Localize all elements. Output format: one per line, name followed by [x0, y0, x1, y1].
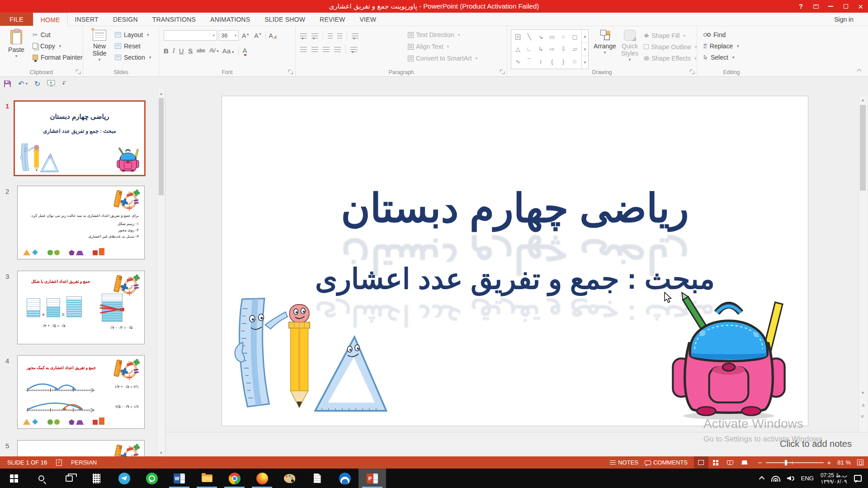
zoom-out-button[interactable]: − — [758, 459, 762, 466]
decrease-indent-button[interactable] — [328, 33, 333, 38]
normal-view-button[interactable] — [694, 456, 708, 469]
next-slide-button[interactable]: » — [859, 412, 867, 420]
text-direction-button[interactable]: Text Direction — [408, 29, 477, 41]
scroll-up-icon[interactable]: ▲ — [582, 30, 588, 42]
quick-styles-button[interactable]: Quick Styles — [618, 30, 641, 62]
clock[interactable]: 07:25 ب.ظ ۱۳۹۹/۰۶/۰۹ — [821, 472, 847, 485]
taskbar-search-button[interactable] — [28, 469, 55, 488]
task-view-button[interactable] — [55, 469, 83, 488]
tab-transitions[interactable]: TRANSITIONS — [145, 13, 203, 26]
undo-button[interactable]: ↶ — [18, 80, 28, 88]
shape-scribble-icon[interactable]: ∿ — [515, 58, 520, 65]
action-center-icon[interactable] — [854, 475, 862, 482]
format-painter-button[interactable]: Format Painter — [33, 52, 83, 63]
word-app-button[interactable]: W — [165, 469, 193, 488]
shape-parallelogram-icon[interactable]: ▱ — [572, 46, 577, 52]
input-language-indicator[interactable]: ENG — [801, 475, 814, 482]
slide-canvas[interactable]: ریاضی چهارم دبستان ریاضی چهارم دبستان مب… — [222, 96, 808, 426]
slide-show-button[interactable] — [737, 456, 752, 469]
scrollbar-thumb[interactable] — [860, 105, 866, 191]
convert-to-smartart-button[interactable]: Convert to SmartArt — [408, 52, 477, 64]
tab-slideshow[interactable]: SLIDE SHOW — [257, 13, 312, 26]
columns-button[interactable] — [350, 47, 357, 52]
shape-triangle-icon[interactable]: △ — [516, 46, 520, 52]
comments-toggle[interactable]: COMMENTS — [645, 459, 688, 466]
redo-button[interactable]: ↻ — [34, 80, 40, 88]
paragraph-dialog-launcher-icon[interactable] — [500, 70, 505, 75]
align-center-button[interactable] — [311, 47, 318, 52]
tab-home[interactable]: HOME — [33, 13, 68, 26]
slide-sorter-view-button[interactable] — [708, 456, 723, 469]
editor-scrollbar[interactable]: ▲ ▼ » » — [859, 96, 867, 432]
shape-arrow-icon[interactable]: ↘ — [538, 33, 543, 40]
shape-curve-icon[interactable]: ≀ — [539, 58, 542, 65]
shape-star-icon[interactable]: ☆ — [572, 58, 578, 65]
file-explorer-button[interactable] — [193, 469, 221, 488]
font-dialog-launcher-icon[interactable] — [288, 70, 293, 75]
numbering-button[interactable] — [311, 33, 318, 38]
find-button[interactable]: Find — [703, 29, 739, 40]
zoom-in-button[interactable]: + — [827, 459, 831, 466]
gallery-more-icon[interactable]: ▼ — [582, 56, 588, 69]
scroll-down-icon[interactable]: ▼ — [158, 450, 165, 456]
calculator-app-button[interactable] — [83, 469, 110, 488]
tab-insert[interactable]: INSERT — [68, 13, 106, 26]
notepad-app-button[interactable] — [303, 469, 331, 488]
tab-view[interactable]: VIEW — [353, 13, 384, 26]
justify-button[interactable] — [334, 47, 341, 52]
telegram-app-button[interactable] — [110, 469, 138, 488]
maximize-button[interactable] — [838, 0, 853, 13]
replace-button[interactable]: Replace — [703, 40, 739, 52]
slide-title[interactable]: ریاضی چهارم دبستان — [222, 185, 808, 231]
wifi-icon[interactable] — [771, 475, 780, 482]
tab-review[interactable]: REVIEW — [312, 13, 352, 26]
text-shadow-button[interactable]: S — [188, 47, 193, 55]
slide-thumbnail-3[interactable]: جمع و تفریق اعداد اعشاری با شکل + = ۰/۳ … — [17, 271, 145, 344]
shape-elbow-icon[interactable]: ∟ — [526, 46, 532, 52]
cut-button[interactable]: Cut — [33, 29, 83, 40]
start-button[interactable] — [0, 469, 28, 488]
notes-toggle[interactable]: NOTES — [610, 459, 638, 466]
change-case-button[interactable]: Aa — [222, 47, 234, 55]
scroll-down-icon[interactable]: ▼ — [859, 389, 867, 397]
shape-elbow-arrow-icon[interactable]: ↳ — [538, 46, 543, 52]
thumbnail-panel-scrollbar[interactable]: ▲ ▼ — [157, 90, 165, 456]
backpack-clipart[interactable] — [668, 288, 790, 422]
new-slide-button[interactable]: New Slide — [89, 30, 110, 62]
minimize-button[interactable] — [823, 0, 838, 13]
drawing-dialog-launcher-icon[interactable] — [690, 70, 695, 75]
tab-animations[interactable]: ANIMATIONS — [203, 13, 257, 26]
shape-line-icon[interactable]: ╲ — [528, 33, 531, 40]
align-right-button[interactable] — [323, 47, 330, 52]
slide-thumbnail-5[interactable] — [17, 440, 145, 456]
scroll-up-icon[interactable]: ▲ — [158, 90, 165, 97]
shape-left-brace-icon[interactable]: { — [551, 58, 553, 65]
grow-font-button[interactable]: A▲ — [241, 32, 251, 39]
font-name-combo[interactable]: ▾ — [164, 30, 217, 41]
shape-down-arrow-icon[interactable]: ⇩ — [561, 46, 566, 52]
slide-thumbnail-1[interactable]: ریاضی چهارم دبستان مبحث : جمع و تفریق عد… — [14, 100, 146, 176]
shape-rectangle-icon[interactable]: ▭ — [549, 33, 555, 40]
ruler-pencil-triangle-clipart[interactable] — [229, 295, 388, 413]
help-button[interactable] — [793, 0, 808, 13]
arrange-button[interactable]: Arrange — [593, 30, 617, 55]
shape-right-brace-icon[interactable]: } — [562, 58, 564, 65]
layout-button[interactable]: Layout — [115, 29, 151, 40]
previous-slide-button[interactable]: » — [859, 401, 867, 409]
ribbon-display-options-button[interactable] — [808, 0, 823, 13]
section-button[interactable]: Section — [115, 52, 151, 63]
font-size-combo[interactable]: 36▾ — [219, 30, 239, 41]
volume-icon[interactable] — [787, 476, 794, 481]
spell-check-icon[interactable] — [56, 460, 62, 466]
shape-oval-icon[interactable]: ○ — [561, 33, 565, 40]
scrollbar-thumb[interactable] — [159, 98, 164, 195]
zoom-slider[interactable] — [766, 462, 824, 463]
whatsapp-app-button[interactable] — [138, 469, 165, 488]
italic-button[interactable]: I — [173, 47, 175, 55]
reading-view-button[interactable] — [723, 456, 737, 469]
clipboard-dialog-launcher-icon[interactable] — [76, 70, 81, 75]
save-button[interactable] — [4, 80, 11, 88]
customize-qat-icon[interactable] — [62, 81, 67, 86]
powerpoint-app-button[interactable]: P — [359, 469, 386, 488]
line-spacing-button[interactable] — [352, 33, 359, 38]
